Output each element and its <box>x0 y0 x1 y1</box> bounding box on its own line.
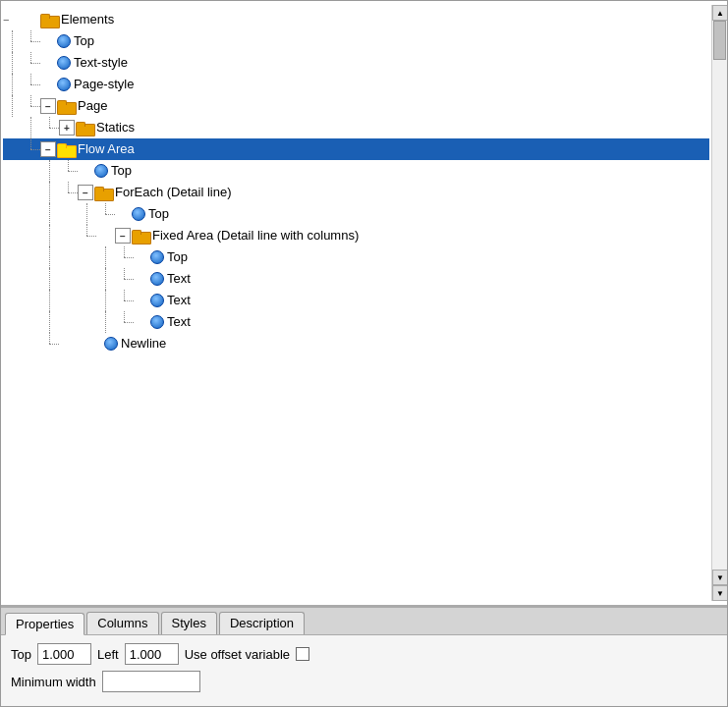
node-label: Elements <box>61 9 114 30</box>
tree-row[interactable]: − Page <box>3 95 709 117</box>
tab-properties[interactable]: Properties <box>5 613 84 635</box>
tree-row[interactable]: Top <box>3 160 709 182</box>
expand-btn-statics[interactable]: + <box>59 120 75 136</box>
node-label: Top <box>74 30 94 52</box>
folder-icon <box>94 186 112 199</box>
node-label: ForEach (Detail line) <box>115 182 232 203</box>
tree-row[interactable]: − Elements <box>3 9 709 30</box>
folder-icon <box>57 142 75 156</box>
props-row-top: Top Left Use offset variable <box>11 643 717 665</box>
circle-icon <box>57 34 71 48</box>
folder-icon <box>40 13 58 27</box>
tree-content: − Elements Top <box>1 5 711 601</box>
tab-columns[interactable]: Columns <box>86 612 158 634</box>
use-offset-checkbox[interactable] <box>296 647 309 661</box>
tree-row[interactable]: Text <box>3 290 709 311</box>
node-label: Top <box>111 160 132 182</box>
circle-icon <box>132 207 145 221</box>
scroll-thumb[interactable] <box>713 21 726 60</box>
min-width-input[interactable] <box>102 671 200 692</box>
use-offset-label: Use offset variable <box>185 647 290 662</box>
top-input[interactable] <box>37 643 91 665</box>
tree-row-flowarea[interactable]: − Flow Area <box>3 138 709 160</box>
circle-icon <box>94 164 108 178</box>
node-label: Newline <box>121 333 166 354</box>
circle-icon <box>150 272 164 286</box>
props-content: Top Left Use offset variable Minimum wid… <box>1 635 727 706</box>
circle-icon <box>57 56 71 70</box>
tree-row[interactable]: − Fixed Area (Detail line with columns) <box>3 225 709 246</box>
folder-icon <box>76 121 93 135</box>
scroll-mid-arrow[interactable]: ▼ <box>712 570 727 585</box>
tree-row[interactable]: Top <box>3 203 709 225</box>
left-label: Left <box>97 647 119 662</box>
tab-description[interactable]: Description <box>219 612 305 634</box>
node-label: Text <box>167 268 191 290</box>
circle-icon <box>150 315 164 329</box>
scrollbar[interactable]: ▲ ▼ ▼ <box>711 5 727 601</box>
node-label: Text-style <box>74 52 128 74</box>
circle-icon <box>57 78 71 91</box>
node-label: Page <box>78 95 107 117</box>
scroll-up-arrow[interactable]: ▲ <box>712 5 727 21</box>
tree-row[interactable]: Page-style <box>3 74 709 95</box>
tree-panel[interactable]: − Elements Top <box>1 1 727 607</box>
folder-icon <box>57 99 75 113</box>
circle-icon <box>150 294 164 307</box>
node-label: Text <box>167 290 191 311</box>
tree-row[interactable]: Text <box>3 268 709 290</box>
scroll-down-arrow[interactable]: ▼ <box>712 585 727 601</box>
main-container: − Elements Top <box>0 0 728 707</box>
circle-icon <box>150 250 164 264</box>
tree-row[interactable]: Top <box>3 246 709 268</box>
node-label: Flow Area <box>78 138 135 160</box>
properties-panel: Properties Columns Styles Description To… <box>1 607 727 706</box>
node-label: Page-style <box>74 74 134 95</box>
node-label: Top <box>167 246 188 268</box>
props-row-minwidth: Minimum width <box>11 671 717 692</box>
top-label: Top <box>11 647 31 662</box>
min-width-label: Minimum width <box>11 675 96 689</box>
left-input[interactable] <box>125 643 179 665</box>
node-label: Top <box>148 203 169 225</box>
expand-btn-fixedarea[interactable]: − <box>115 228 131 244</box>
circle-icon <box>104 337 118 351</box>
tabs-bar: Properties Columns Styles Description <box>1 608 727 635</box>
node-label: Text <box>167 311 191 333</box>
expand-btn-flowarea[interactable]: − <box>40 141 56 157</box>
node-label: Statics <box>96 117 135 138</box>
node-label: Fixed Area (Detail line with columns) <box>152 225 359 246</box>
tree-row[interactable]: Newline <box>3 333 709 354</box>
tree-row[interactable]: Text-style <box>3 52 709 74</box>
tab-styles[interactable]: Styles <box>161 612 217 634</box>
tree-row[interactable]: + Statics <box>3 117 709 138</box>
expand-btn-page[interactable]: − <box>40 98 56 114</box>
tree-row[interactable]: − ForEach (Detail line) <box>3 182 709 203</box>
tree-row[interactable]: Top <box>3 30 709 52</box>
expand-btn-foreach[interactable]: − <box>78 185 93 200</box>
tree-row[interactable]: Text <box>3 311 709 333</box>
folder-icon <box>132 229 149 243</box>
